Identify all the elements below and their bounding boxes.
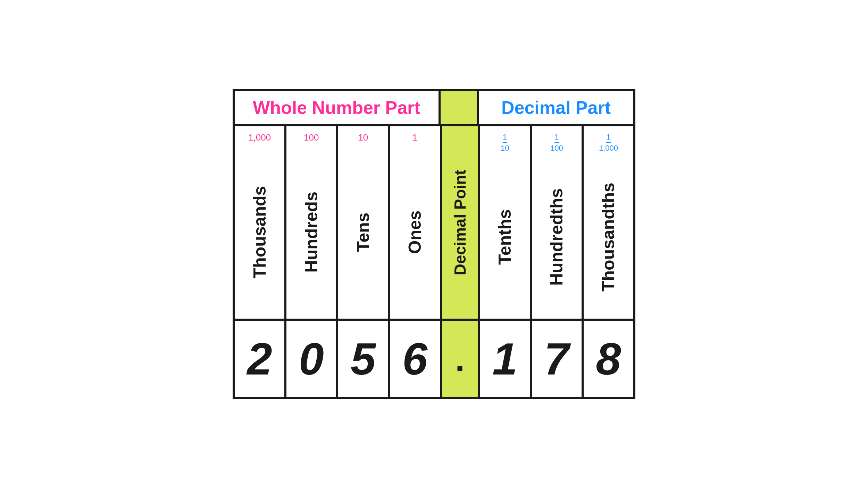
thousandths-digit: 8	[596, 333, 621, 385]
tenths-label: Tenths	[495, 155, 515, 319]
decimal-title: Decimal Part	[501, 98, 611, 118]
header-row: Whole Number Part Decimal Part	[235, 91, 633, 126]
tens-label: Tens	[353, 145, 373, 319]
decimal-point-header-spacer	[441, 91, 479, 124]
thousandths-digit-cell: 8	[584, 321, 633, 397]
thousands-digit: 2	[247, 333, 272, 385]
hundredths-fraction: 1 100	[550, 133, 563, 153]
tens-digit-cell: 5	[338, 321, 390, 397]
ones-label: Ones	[405, 145, 425, 319]
thousands-value: 1,000	[248, 133, 271, 143]
thousands-header-cell: 1,000 Thousands	[235, 126, 286, 319]
hundredths-digit: 7	[544, 333, 569, 385]
hundreds-header-cell: 100 Hundreds	[286, 126, 338, 319]
tenths-digit: 1	[492, 333, 517, 385]
tenths-fraction: 1 10	[501, 133, 509, 153]
thousandths-fraction: 1 1,000	[599, 133, 618, 153]
place-names-row: 1,000 Thousands 100 Hundreds 10 Tens 1 O…	[235, 126, 633, 321]
tenths-digit-cell: 1	[480, 321, 532, 397]
tens-header-cell: 10 Tens	[338, 126, 390, 319]
value-row: 2 0 5 6 . 1 7 8	[235, 321, 633, 397]
hundreds-label: Hundreds	[301, 145, 322, 319]
thousandths-header-cell: 1 1,000 Thousandths	[584, 126, 633, 319]
hundredths-digit-cell: 7	[532, 321, 584, 397]
decimal-header: Decimal Part	[479, 91, 633, 124]
decimal-point-column: Decimal Point	[442, 126, 480, 319]
thousands-digit-cell: 2	[235, 321, 286, 397]
hundredths-numerator: 1	[554, 133, 559, 143]
thousandths-numerator: 1	[606, 133, 610, 143]
place-value-table: Whole Number Part Decimal Part 1,000 Tho…	[233, 89, 635, 399]
tenths-numerator: 1	[503, 133, 507, 143]
whole-number-title: Whole Number Part	[253, 98, 420, 118]
tenths-header-cell: 1 10 Tenths	[480, 126, 532, 319]
thousandths-denominator: 1,000	[599, 143, 618, 153]
hundredths-denominator: 100	[550, 143, 563, 153]
decimal-point-column-label: Decimal Point	[451, 170, 469, 275]
tens-value: 10	[358, 133, 368, 143]
thousands-label: Thousands	[250, 145, 270, 319]
ones-digit: 6	[402, 333, 427, 385]
hundredths-label: Hundredths	[546, 155, 567, 319]
hundredths-header-cell: 1 100 Hundredths	[532, 126, 584, 319]
thousandths-label: Thousandths	[598, 155, 618, 319]
hundreds-digit: 0	[299, 333, 324, 385]
tenths-denominator: 10	[501, 143, 509, 153]
tens-digit: 5	[351, 333, 376, 385]
ones-header-cell: 1 Ones	[390, 126, 442, 319]
hundreds-digit-cell: 0	[286, 321, 338, 397]
hundreds-value: 100	[304, 133, 319, 143]
ones-digit-cell: 6	[390, 321, 442, 397]
decimal-point-symbol: .	[455, 339, 465, 379]
whole-number-header: Whole Number Part	[235, 91, 441, 124]
ones-value: 1	[412, 133, 417, 143]
decimal-point-value-cell: .	[442, 321, 480, 397]
